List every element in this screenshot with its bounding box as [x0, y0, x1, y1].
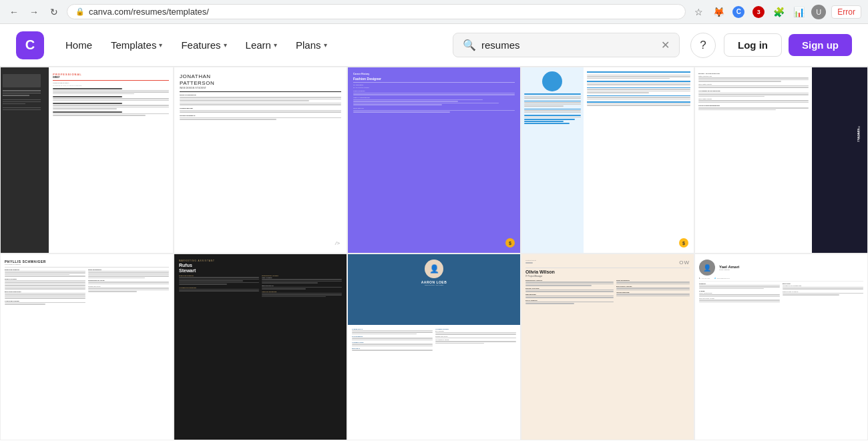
nav-plans[interactable]: Plans ▾ — [288, 34, 335, 56]
templates-chevron: ▾ — [159, 41, 162, 49]
search-icon: 🔍 — [463, 39, 476, 51]
logo-letter: C — [25, 37, 35, 53]
main-nav: C Home Templates ▾ Features ▾ Learn ▾ Pl… — [0, 24, 868, 67]
extension5-button[interactable]: 📊 — [791, 5, 806, 19]
avatar-button[interactable]: U — [811, 5, 826, 19]
url-text: canva.com/resumes/templates/ — [89, 7, 209, 17]
star-button[interactable]: ☆ — [691, 5, 706, 19]
template-card-5[interactable]: Work Experience Digital Marketing Lead J… — [694, 67, 868, 254]
search-bar[interactable]: 🔍 ✕ — [453, 33, 680, 57]
help-button[interactable]: ? — [690, 33, 716, 58]
signup-button[interactable]: Sign up — [789, 34, 852, 56]
extension4-button[interactable]: 🧩 — [771, 5, 786, 19]
nav-templates[interactable]: Templates ▾ — [103, 34, 170, 56]
browser-chrome: ← → ↻ 🔒 canva.com/resumes/templates/ ☆ 🦊… — [0, 0, 868, 24]
search-input[interactable] — [481, 39, 656, 51]
error-badge: Error — [831, 5, 861, 19]
refresh-button[interactable]: ↻ — [47, 5, 61, 19]
template-card-9[interactable]: Contact me at: OW Olivia Wilson IT Proje… — [521, 254, 694, 440]
search-clear-icon[interactable]: ✕ — [661, 39, 670, 51]
template-card-8[interactable]: 👤 AARON LOEB PRESCHOOL TEACHER CAREER GO… — [347, 254, 521, 440]
template-card-7[interactable]: Marketing Assistant RufusStewart EXECUTI… — [174, 254, 347, 440]
learn-chevron: ▾ — [274, 41, 277, 49]
template-card-1[interactable]: PROFESSIONAL BRIEF STEPHANIE GARCIA BACH… — [0, 67, 174, 254]
template-grid: PROFESSIONAL BRIEF STEPHANIE GARCIA BACH… — [0, 67, 868, 440]
template-card-10[interactable]: 👤 Yael Amari Music Teacher 📞 323-456-789… — [694, 254, 868, 440]
template-card-3[interactable]: Career History Fashion Designer My Educa… — [347, 67, 521, 254]
nav-features[interactable]: Features ▾ — [173, 34, 234, 56]
canva-logo[interactable]: C — [16, 31, 44, 59]
nav-home[interactable]: Home — [57, 34, 100, 56]
template-card-4[interactable]: $ — [521, 67, 694, 254]
templates-area: PROFESSIONAL BRIEF STEPHANIE GARCIA BACH… — [0, 67, 868, 447]
extension1-button[interactable]: 🦊 — [711, 5, 726, 19]
back-button[interactable]: ← — [7, 5, 21, 19]
features-chevron: ▾ — [224, 41, 227, 49]
plans-chevron: ▾ — [324, 41, 327, 49]
template-card-6[interactable]: PHYLLIS SCHWAIGER COLLEGE STUDENT EXECUT… — [0, 254, 174, 440]
extension2-button[interactable]: C — [731, 5, 746, 19]
browser-actions: ☆ 🦊 C 3 🧩 📊 U Error — [691, 5, 861, 19]
template-card-2[interactable]: JONATHAN PATTERSON WEB DESIGN STUDENT />… — [174, 67, 347, 254]
forward-button[interactable]: → — [27, 5, 41, 19]
help-icon: ? — [700, 39, 706, 52]
login-button[interactable]: Log in — [724, 33, 782, 57]
address-bar[interactable]: 🔒 canva.com/resumes/templates/ — [67, 4, 686, 19]
nav-learn[interactable]: Learn ▾ — [238, 34, 285, 56]
extension3-button[interactable]: 3 — [751, 5, 766, 19]
lock-icon: 🔒 — [75, 7, 85, 16]
